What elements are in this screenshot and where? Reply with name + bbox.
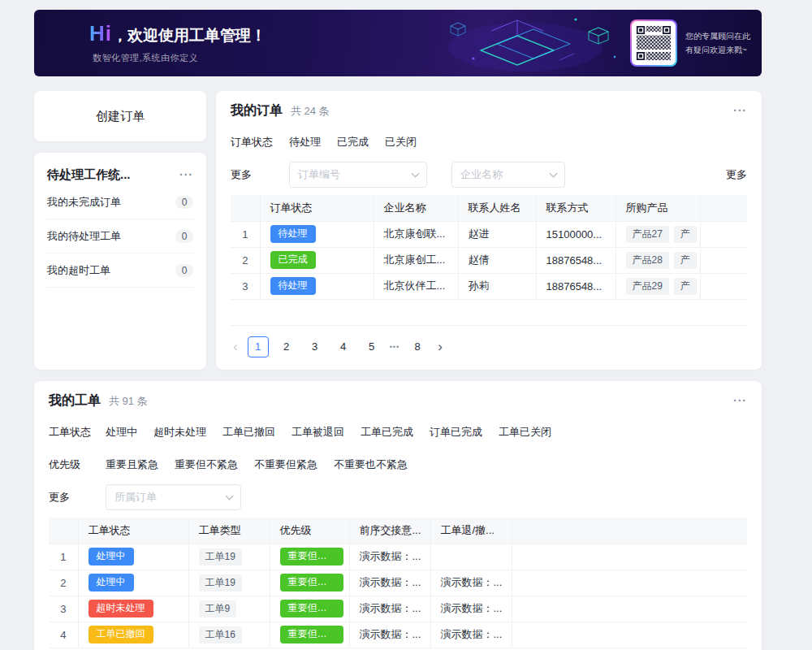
banner-title: ，欢迎使用工单管理！ bbox=[112, 25, 266, 46]
row-index: 1 bbox=[49, 544, 78, 570]
page-button-1[interactable]: 1 bbox=[248, 336, 269, 358]
col-wo-status: 工单状态 bbox=[78, 518, 188, 544]
cell-products: 产品29产 bbox=[615, 273, 700, 299]
filter-option-processing[interactable]: 处理中 bbox=[106, 425, 137, 440]
cell-type: 工单19 bbox=[188, 544, 270, 570]
filter-option-pending[interactable]: 待处理 bbox=[289, 135, 321, 150]
chevron-down-icon bbox=[226, 492, 234, 500]
cell-phone: 15100000... bbox=[536, 221, 615, 247]
order-row[interactable]: 2 已完成 北京康创工... 赵倩 18876548... 产品28产 bbox=[231, 247, 747, 273]
product-tag: 产品29 bbox=[626, 278, 669, 295]
cell-filler bbox=[512, 622, 747, 648]
col-wo-type: 工单类型 bbox=[188, 518, 270, 544]
company-name-placeholder: 企业名称 bbox=[460, 167, 503, 182]
ellipsis-menu-icon[interactable]: ··· bbox=[733, 394, 747, 407]
ellipsis-menu-icon[interactable]: ··· bbox=[179, 168, 193, 181]
cell-contact: 孙莉 bbox=[458, 273, 536, 299]
order-status-filter-label: 订单状态 bbox=[231, 135, 289, 150]
product-tag: 产 bbox=[674, 278, 697, 295]
workorder-row[interactable]: 1 处理中 工单19 重要但不紧急 演示数据：... bbox=[49, 544, 747, 570]
cell-filler bbox=[512, 596, 747, 622]
qr-code-frame bbox=[630, 20, 677, 67]
workorder-row[interactable]: 3 超时未处理 工单9 重要但不紧急 演示数据：... 演示数据：... bbox=[49, 596, 747, 622]
count-badge: 0 bbox=[175, 196, 193, 209]
cell-priority: 重要但不紧急 bbox=[270, 570, 349, 596]
chevron-down-icon bbox=[412, 169, 420, 177]
cell-type: 工单9 bbox=[188, 596, 270, 622]
page: Hi，欢迎使用工单管理！ 数智化管理,系统由你定义 bbox=[0, 0, 762, 650]
filter-option-withdrawn[interactable]: 工单已撤回 bbox=[222, 425, 275, 440]
stat-item-overtime-workorders[interactable]: 我的超时工单 0 bbox=[47, 254, 193, 288]
col-products: 所购产品 bbox=[615, 195, 700, 221]
ellipsis-menu-icon[interactable]: ··· bbox=[733, 104, 747, 117]
cell-products: 产品28产 bbox=[615, 247, 700, 273]
cell-priority: 重要但不紧急 bbox=[270, 544, 349, 570]
stat-item-pending-workorders[interactable]: 我的待处理工单 0 bbox=[47, 219, 193, 254]
workorder-row[interactable]: 2 处理中 工单19 重要但不紧急 演示数据：... 演示数据：... bbox=[49, 570, 747, 596]
chevron-right-icon[interactable]: › bbox=[435, 337, 445, 357]
filter-option-completed[interactable]: 已完成 bbox=[337, 135, 369, 150]
status-badge: 工单已撤回 bbox=[89, 626, 153, 644]
filter-option-not-important-not-urgent[interactable]: 不重要也不紧急 bbox=[334, 457, 408, 472]
cell-priority: 重要但不紧急 bbox=[270, 596, 349, 622]
col-filler bbox=[512, 518, 747, 544]
parent-order-select[interactable]: 所属订单 bbox=[106, 484, 241, 510]
cell-company: 北京康创工... bbox=[374, 247, 458, 273]
order-row[interactable]: 3 待处理 北京伙伴工... 孙莉 18876548... 产品29产 bbox=[231, 273, 747, 299]
filter-option-returned[interactable]: 工单被退回 bbox=[292, 425, 344, 440]
filter-option-order-completed[interactable]: 订单已完成 bbox=[430, 425, 482, 440]
banner-hi: Hi bbox=[89, 21, 112, 46]
pagination-ellipsis-icon[interactable]: ••• bbox=[390, 343, 400, 351]
my-orders-panel: 我的订单 共 24 条 ··· 订单状态 待处理 已完成 已关闭 更多 订单编号… bbox=[216, 91, 762, 370]
filter-option-wo-completed[interactable]: 工单已完成 bbox=[361, 425, 413, 440]
order-row[interactable]: 1 待处理 北京康创联... 赵进 15100000... 产品27产 bbox=[231, 221, 747, 247]
cell-status: 处理中 bbox=[78, 544, 188, 570]
page-button-5[interactable]: 5 bbox=[361, 336, 382, 358]
empty-row bbox=[231, 299, 747, 325]
page-button-2[interactable]: 2 bbox=[276, 336, 297, 358]
company-name-select[interactable]: 企业名称 bbox=[451, 162, 565, 188]
cell-filler bbox=[512, 544, 747, 570]
status-badge: 待处理 bbox=[270, 225, 316, 243]
banner-subtitle: 数智化管理,系统由你定义 bbox=[93, 52, 266, 64]
col-company: 企业名称 bbox=[374, 195, 458, 221]
more-filters-link[interactable]: 更多 bbox=[726, 167, 747, 182]
orders-more-filter-row: 更多 订单编号 企业名称 更多 bbox=[231, 162, 747, 187]
workorder-row[interactable]: 4 工单已撤回 工单16 重要但不紧急 演示数据：... 演示数据：... bbox=[49, 622, 747, 648]
filter-option-not-important-urgent[interactable]: 不重要但紧急 bbox=[254, 457, 317, 472]
stat-item-unfinished-orders[interactable]: 我的未完成订单 0 bbox=[47, 185, 193, 219]
filter-option-important-urgent[interactable]: 重要且紧急 bbox=[106, 457, 158, 472]
col-priority: 优先级 bbox=[270, 518, 349, 544]
qr-note-line2: 有疑问欢迎来戳~ bbox=[685, 43, 750, 57]
priority-filter-row: 优先级 重要且紧急 重要但不紧急 不重要但紧急 不重要也不紧急 bbox=[49, 453, 747, 477]
workorder-type-tag: 工单19 bbox=[199, 574, 242, 592]
cell-company: 北京伙伴工... bbox=[374, 273, 458, 299]
chevron-left-icon[interactable]: ‹ bbox=[231, 337, 240, 357]
filter-option-wo-closed[interactable]: 工单已关闭 bbox=[499, 425, 551, 440]
cell-type: 工单19 bbox=[188, 570, 270, 596]
banner-text: Hi，欢迎使用工单管理！ 数智化管理,系统由你定义 bbox=[89, 21, 266, 64]
cell-handover: 演示数据：... bbox=[349, 570, 430, 596]
filter-option-important-not-urgent[interactable]: 重要但不紧急 bbox=[175, 457, 238, 472]
cell-phone: 18876548... bbox=[536, 273, 615, 299]
cell-priority: 重要但不紧急 bbox=[270, 622, 349, 648]
workorders-table: 工单状态 工单类型 优先级 前序交接意... 工单退/撤... 1 处理中 工单… bbox=[49, 518, 747, 648]
row-index: 3 bbox=[49, 596, 78, 622]
cell-phone: 18876548... bbox=[536, 247, 615, 273]
welcome-banner: Hi，欢迎使用工单管理！ 数智化管理,系统由你定义 bbox=[34, 10, 762, 76]
workorder-type-tag: 工单16 bbox=[199, 626, 242, 644]
page-button-8[interactable]: 8 bbox=[407, 336, 428, 358]
cell-filler bbox=[700, 273, 747, 299]
order-number-select[interactable]: 订单编号 bbox=[289, 162, 427, 188]
status-badge: 已完成 bbox=[270, 251, 316, 269]
priority-badge: 重要但不紧急 bbox=[280, 548, 343, 566]
filter-option-overtime[interactable]: 超时未处理 bbox=[153, 425, 206, 440]
row-index: 3 bbox=[231, 273, 260, 299]
page-button-3[interactable]: 3 bbox=[304, 336, 326, 358]
page-button-4[interactable]: 4 bbox=[333, 336, 354, 358]
filter-option-closed[interactable]: 已关闭 bbox=[385, 135, 417, 150]
cell-status: 待处理 bbox=[260, 221, 374, 247]
create-order-button[interactable]: 创建订单 bbox=[34, 91, 206, 141]
cell-withdraw: 演示数据：... bbox=[430, 570, 512, 596]
priority-badge: 重要但不紧急 bbox=[280, 626, 343, 644]
